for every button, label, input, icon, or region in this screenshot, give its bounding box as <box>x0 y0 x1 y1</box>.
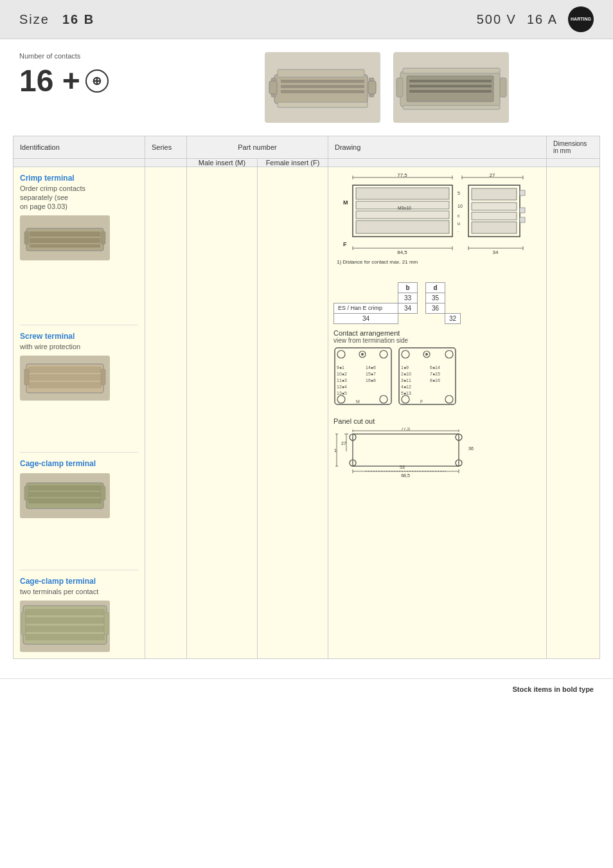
svg-rect-23 <box>24 231 29 244</box>
cage1-title: Cage-clamp terminal <box>20 459 138 468</box>
svg-text:8●16: 8●16 <box>430 378 440 383</box>
svg-rect-18 <box>403 68 500 73</box>
header-title-group: Size 16 B <box>19 12 94 27</box>
svg-rect-20 <box>30 231 100 237</box>
main-content: Identification Series Part number Drawin… <box>0 136 613 672</box>
cage2-sub1: two terminals per contact <box>20 588 138 595</box>
svg-rect-38 <box>25 609 105 615</box>
size-label: Size <box>19 12 49 27</box>
panel-cutout-title: Panel cut out <box>333 417 541 425</box>
svg-text:53: 53 <box>400 465 405 469</box>
panel-cutout-svg: 77,5 27 <box>333 428 513 479</box>
svg-rect-0 <box>274 75 368 104</box>
crimp-female <box>258 167 328 659</box>
drawing-area: 77,5 27 M <box>333 172 541 480</box>
svg-text:1) Distance for contact max. 2: 1) Distance for contact max. 21 mm <box>337 259 418 265</box>
product-images <box>180 52 594 123</box>
cage1-image <box>20 473 110 518</box>
svg-text:M3x10: M3x10 <box>398 206 411 210</box>
svg-rect-71 <box>520 217 525 222</box>
svg-text:4●12: 4●12 <box>401 384 411 389</box>
dim-row2-d: 36 <box>426 303 445 314</box>
svg-rect-57 <box>356 221 449 233</box>
dimensions-table: b d 33 35 ES / Han E cri <box>333 282 461 324</box>
svg-text:10●2: 10●2 <box>337 372 347 376</box>
contact-arr-title: Contact arrangement <box>333 329 541 337</box>
svg-text:1: 1 <box>334 448 337 453</box>
svg-text:1●9: 1●9 <box>401 365 409 370</box>
svg-rect-68 <box>472 222 517 233</box>
svg-point-87 <box>337 395 345 403</box>
svg-text:M: M <box>343 199 348 206</box>
crimp-series <box>145 167 187 659</box>
svg-rect-26 <box>28 366 102 373</box>
svg-point-86 <box>361 353 364 356</box>
svg-text:6●14: 6●14 <box>430 365 440 370</box>
panel-cutout: Panel cut out 77,5 <box>333 417 541 480</box>
svg-text:15●7: 15●7 <box>366 372 376 376</box>
contact-arrangement: Contact arrangement view from terminatio… <box>333 329 541 412</box>
svg-rect-17 <box>403 105 500 109</box>
col-part-number: Part number <box>187 136 328 159</box>
svg-rect-33 <box>28 492 102 497</box>
svg-point-83 <box>337 350 345 358</box>
svg-text:13●5: 13●5 <box>337 391 347 395</box>
svg-rect-54 <box>356 188 449 199</box>
svg-rect-4 <box>281 90 364 93</box>
drawing-cell: 77,5 27 M <box>328 167 547 659</box>
svg-text:27: 27 <box>341 441 346 446</box>
svg-rect-29 <box>24 369 29 385</box>
svg-rect-65 <box>472 188 517 200</box>
footer-note: Stock items in bold type <box>512 685 594 693</box>
svg-text:14●6: 14●6 <box>366 365 376 370</box>
svg-text:F: F <box>343 241 347 248</box>
col-identification: Identification <box>13 136 145 159</box>
product-info: Number of contacts 16 + ⊕ <box>19 52 180 98</box>
svg-text:12●4: 12●4 <box>337 384 347 389</box>
current-spec: 16 A <box>527 12 558 27</box>
contacts-label: Number of contacts <box>19 52 180 60</box>
svg-text:3●11: 3●11 <box>401 378 411 383</box>
col-series: Series <box>145 136 187 159</box>
svg-text:36: 36 <box>468 446 474 451</box>
dim-row2-b: 34 <box>398 303 418 314</box>
svg-rect-28 <box>28 382 102 388</box>
page-footer: Stock items in bold type <box>0 678 613 700</box>
crimp-image <box>20 215 110 260</box>
contacts-num-value: 16 + <box>19 63 80 98</box>
col-male-insert: Male insert (M) <box>187 159 258 167</box>
technical-drawing: 77,5 27 M <box>333 172 533 278</box>
contacts-number: 16 + ⊕ <box>19 63 180 98</box>
svg-point-88 <box>380 395 387 403</box>
contact-grid-svg: 9●1 10●2 11●3 12●4 13●5 14●6 15●7 16●8 M <box>333 347 462 411</box>
crimp-title: Crimp terminal <box>20 174 138 183</box>
svg-rect-66 <box>472 203 517 210</box>
svg-rect-24 <box>101 231 105 244</box>
col-drawing: Drawing <box>328 136 547 159</box>
svg-text:34: 34 <box>493 249 499 255</box>
crimp-id-cell: Crimp terminal Order crimp contacts sepa… <box>13 167 145 659</box>
svg-rect-67 <box>472 212 517 220</box>
svg-rect-35 <box>24 486 29 500</box>
header-specs-group: 500 V 16 A HARTING <box>477 6 594 32</box>
dim-row3-val: 34 <box>334 314 398 324</box>
female-connector-svg <box>395 55 508 120</box>
svg-rect-42 <box>21 612 26 635</box>
svg-text:2●10: 2●10 <box>401 372 411 376</box>
svg-rect-14 <box>409 90 492 93</box>
svg-text:.: . <box>458 228 459 233</box>
svg-rect-1 <box>278 69 364 77</box>
crimp-sub3: on page 03.03) <box>20 203 138 210</box>
dim-col-d: d <box>426 283 445 293</box>
svg-rect-21 <box>30 238 100 243</box>
svg-text:68,5: 68,5 <box>401 473 410 478</box>
svg-rect-70 <box>520 208 525 213</box>
svg-rect-12 <box>409 80 492 82</box>
size-value: 16 B <box>62 12 94 27</box>
table-header: Identification Series Part number Drawin… <box>13 136 600 159</box>
voltage-spec: 500 V <box>477 12 517 27</box>
svg-text:7●15: 7●15 <box>430 372 440 376</box>
svg-text:5: 5 <box>458 191 460 195</box>
screw-sub1: with wire protection <box>20 343 138 350</box>
svg-rect-16 <box>500 78 506 97</box>
